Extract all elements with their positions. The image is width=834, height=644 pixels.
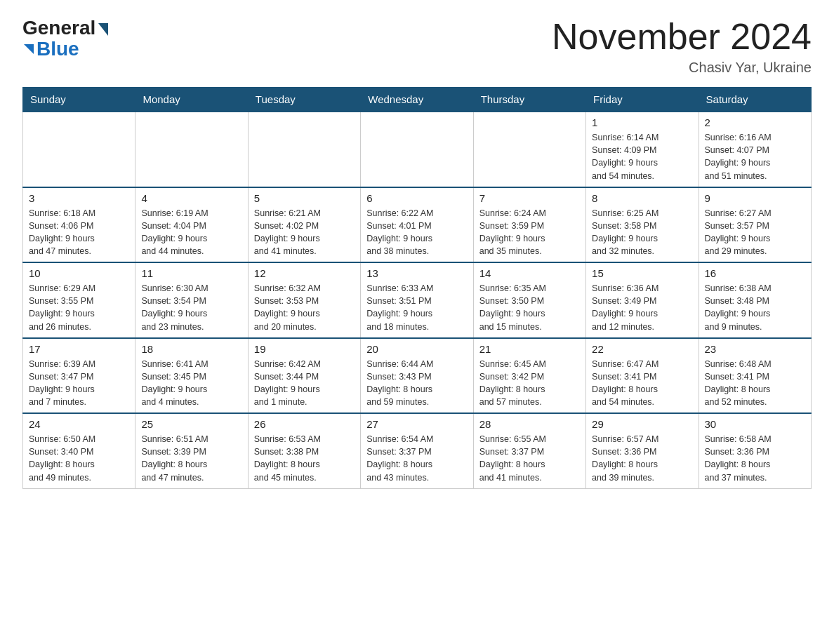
day-info: Sunrise: 6:48 AMSunset: 3:41 PMDaylight:…	[705, 358, 805, 409]
calendar-cell: 18Sunrise: 6:41 AMSunset: 3:45 PMDayligh…	[135, 338, 248, 414]
day-number: 25	[141, 418, 241, 430]
day-info: Sunrise: 6:47 AMSunset: 3:41 PMDaylight:…	[592, 358, 692, 409]
day-info: Sunrise: 6:14 AMSunset: 4:09 PMDaylight:…	[592, 131, 692, 182]
day-number: 23	[705, 343, 805, 355]
calendar-cell	[473, 112, 585, 187]
day-info: Sunrise: 6:53 AMSunset: 3:38 PMDaylight:…	[254, 433, 355, 484]
day-number: 3	[29, 192, 129, 204]
day-info: Sunrise: 6:22 AMSunset: 4:01 PMDaylight:…	[366, 207, 467, 258]
calendar-header-monday: Monday	[135, 88, 248, 112]
day-info: Sunrise: 6:36 AMSunset: 3:49 PMDaylight:…	[592, 282, 692, 333]
calendar-cell: 21Sunrise: 6:45 AMSunset: 3:42 PMDayligh…	[473, 338, 585, 414]
day-info: Sunrise: 6:32 AMSunset: 3:53 PMDaylight:…	[254, 282, 355, 333]
day-info: Sunrise: 6:16 AMSunset: 4:07 PMDaylight:…	[705, 131, 805, 182]
calendar-header-wednesday: Wednesday	[361, 88, 473, 112]
day-info: Sunrise: 6:51 AMSunset: 3:39 PMDaylight:…	[141, 433, 241, 484]
calendar-cell	[23, 112, 135, 187]
calendar-cell: 15Sunrise: 6:36 AMSunset: 3:49 PMDayligh…	[586, 262, 699, 338]
day-number: 4	[141, 192, 241, 204]
calendar-cell: 16Sunrise: 6:38 AMSunset: 3:48 PMDayligh…	[699, 262, 811, 338]
day-info: Sunrise: 6:21 AMSunset: 4:02 PMDaylight:…	[254, 207, 355, 258]
day-number: 22	[592, 343, 692, 355]
calendar-week-1: 1Sunrise: 6:14 AMSunset: 4:09 PMDaylight…	[23, 112, 812, 187]
calendar-header-tuesday: Tuesday	[248, 88, 360, 112]
calendar-cell: 12Sunrise: 6:32 AMSunset: 3:53 PMDayligh…	[248, 262, 360, 338]
day-info: Sunrise: 6:45 AMSunset: 3:42 PMDaylight:…	[479, 358, 580, 409]
day-number: 2	[705, 116, 805, 128]
calendar-header-friday: Friday	[586, 88, 699, 112]
calendar-cell	[361, 112, 473, 187]
calendar-cell: 4Sunrise: 6:19 AMSunset: 4:04 PMDaylight…	[135, 187, 248, 263]
calendar-header-saturday: Saturday	[699, 88, 811, 112]
logo-blue-text: Blue	[37, 38, 79, 60]
page-header: General Blue November 2024 Chasiv Yar, U…	[22, 17, 812, 76]
day-info: Sunrise: 6:27 AMSunset: 3:57 PMDaylight:…	[705, 207, 805, 258]
location-text: Chasiv Yar, Ukraine	[552, 60, 812, 76]
month-title: November 2024	[552, 17, 812, 57]
calendar-cell: 27Sunrise: 6:54 AMSunset: 3:37 PMDayligh…	[361, 413, 473, 488]
day-number: 12	[254, 267, 355, 279]
calendar-cell: 26Sunrise: 6:53 AMSunset: 3:38 PMDayligh…	[248, 413, 360, 488]
day-info: Sunrise: 6:41 AMSunset: 3:45 PMDaylight:…	[141, 358, 241, 409]
day-info: Sunrise: 6:30 AMSunset: 3:54 PMDaylight:…	[141, 282, 241, 333]
day-number: 8	[592, 192, 692, 204]
day-info: Sunrise: 6:19 AMSunset: 4:04 PMDaylight:…	[141, 207, 241, 258]
calendar-cell: 7Sunrise: 6:24 AMSunset: 3:59 PMDaylight…	[473, 187, 585, 263]
calendar-cell	[135, 112, 248, 187]
calendar-cell: 24Sunrise: 6:50 AMSunset: 3:40 PMDayligh…	[23, 413, 135, 488]
day-info: Sunrise: 6:39 AMSunset: 3:47 PMDaylight:…	[29, 358, 129, 409]
calendar-week-4: 17Sunrise: 6:39 AMSunset: 3:47 PMDayligh…	[23, 338, 812, 414]
day-number: 6	[366, 192, 467, 204]
day-number: 27	[366, 418, 467, 430]
calendar-cell: 17Sunrise: 6:39 AMSunset: 3:47 PMDayligh…	[23, 338, 135, 414]
day-info: Sunrise: 6:50 AMSunset: 3:40 PMDaylight:…	[29, 433, 129, 484]
calendar-cell: 8Sunrise: 6:25 AMSunset: 3:58 PMDaylight…	[586, 187, 699, 263]
day-number: 1	[592, 116, 692, 128]
calendar-cell: 3Sunrise: 6:18 AMSunset: 4:06 PMDaylight…	[23, 187, 135, 263]
day-info: Sunrise: 6:33 AMSunset: 3:51 PMDaylight:…	[366, 282, 467, 333]
logo-general-text: General	[22, 17, 95, 39]
day-info: Sunrise: 6:24 AMSunset: 3:59 PMDaylight:…	[479, 207, 580, 258]
day-number: 19	[254, 343, 355, 355]
day-info: Sunrise: 6:18 AMSunset: 4:06 PMDaylight:…	[29, 207, 129, 258]
calendar-cell: 13Sunrise: 6:33 AMSunset: 3:51 PMDayligh…	[361, 262, 473, 338]
calendar-cell: 14Sunrise: 6:35 AMSunset: 3:50 PMDayligh…	[473, 262, 585, 338]
day-info: Sunrise: 6:44 AMSunset: 3:43 PMDaylight:…	[366, 358, 467, 409]
day-number: 16	[705, 267, 805, 279]
day-number: 13	[366, 267, 467, 279]
calendar-cell: 9Sunrise: 6:27 AMSunset: 3:57 PMDaylight…	[699, 187, 811, 263]
calendar-cell: 6Sunrise: 6:22 AMSunset: 4:01 PMDaylight…	[361, 187, 473, 263]
day-number: 15	[592, 267, 692, 279]
day-info: Sunrise: 6:42 AMSunset: 3:44 PMDaylight:…	[254, 358, 355, 409]
calendar-week-2: 3Sunrise: 6:18 AMSunset: 4:06 PMDaylight…	[23, 187, 812, 263]
calendar-cell: 5Sunrise: 6:21 AMSunset: 4:02 PMDaylight…	[248, 187, 360, 263]
day-number: 11	[141, 267, 241, 279]
day-number: 30	[705, 418, 805, 430]
day-number: 21	[479, 343, 580, 355]
calendar-cell: 2Sunrise: 6:16 AMSunset: 4:07 PMDaylight…	[699, 112, 811, 187]
day-number: 10	[29, 267, 129, 279]
day-info: Sunrise: 6:38 AMSunset: 3:48 PMDaylight:…	[705, 282, 805, 333]
calendar-header-row: SundayMondayTuesdayWednesdayThursdayFrid…	[23, 88, 812, 112]
calendar-cell: 19Sunrise: 6:42 AMSunset: 3:44 PMDayligh…	[248, 338, 360, 414]
calendar-cell: 22Sunrise: 6:47 AMSunset: 3:41 PMDayligh…	[586, 338, 699, 414]
calendar-week-3: 10Sunrise: 6:29 AMSunset: 3:55 PMDayligh…	[23, 262, 812, 338]
logo: General Blue	[22, 17, 108, 60]
day-info: Sunrise: 6:54 AMSunset: 3:37 PMDaylight:…	[366, 433, 467, 484]
calendar-cell: 11Sunrise: 6:30 AMSunset: 3:54 PMDayligh…	[135, 262, 248, 338]
calendar-cell: 10Sunrise: 6:29 AMSunset: 3:55 PMDayligh…	[23, 262, 135, 338]
day-number: 29	[592, 418, 692, 430]
logo-arrow-icon	[98, 23, 108, 36]
calendar-header-thursday: Thursday	[473, 88, 585, 112]
calendar-header-sunday: Sunday	[23, 88, 135, 112]
day-info: Sunrise: 6:55 AMSunset: 3:37 PMDaylight:…	[479, 433, 580, 484]
day-number: 14	[479, 267, 580, 279]
day-info: Sunrise: 6:58 AMSunset: 3:36 PMDaylight:…	[705, 433, 805, 484]
day-info: Sunrise: 6:35 AMSunset: 3:50 PMDaylight:…	[479, 282, 580, 333]
day-number: 18	[141, 343, 241, 355]
day-info: Sunrise: 6:57 AMSunset: 3:36 PMDaylight:…	[592, 433, 692, 484]
day-number: 5	[254, 192, 355, 204]
calendar-cell: 1Sunrise: 6:14 AMSunset: 4:09 PMDaylight…	[586, 112, 699, 187]
day-number: 26	[254, 418, 355, 430]
day-number: 24	[29, 418, 129, 430]
